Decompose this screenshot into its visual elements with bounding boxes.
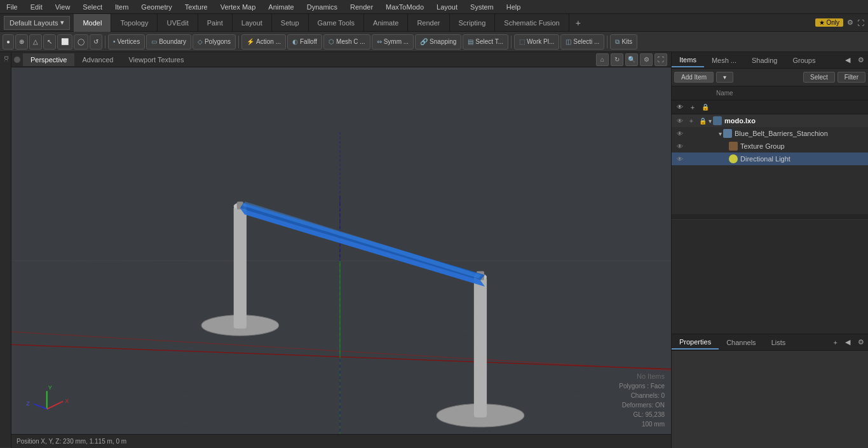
tool-arrow[interactable]: ↖ bbox=[43, 34, 56, 50]
tab-scripting[interactable]: Scripting bbox=[450, 14, 496, 32]
item-row-texture-group[interactable]: 👁 Texture Group bbox=[672, 140, 868, 153]
layout-fullscreen-icon[interactable]: ⛶ bbox=[857, 19, 864, 27]
tool-mesh[interactable]: ⬡ Mesh C ... bbox=[323, 34, 370, 50]
layout-settings-icon[interactable]: ⚙ bbox=[847, 18, 853, 27]
right-panel: Items Mesh ... Shading Groups ◀ ⚙ Add It… bbox=[671, 52, 868, 448]
viewport-tab-perspective[interactable]: Perspective bbox=[23, 53, 74, 66]
tool-vertices[interactable]: • Vertices bbox=[108, 34, 145, 50]
tab-topology[interactable]: Topology bbox=[111, 14, 158, 32]
tool-symmetry[interactable]: ⇔ Symm ... bbox=[372, 34, 414, 50]
tab-setup[interactable]: Setup bbox=[272, 14, 309, 32]
tool-transform[interactable]: ⬜ bbox=[57, 34, 72, 50]
item-vis-lock-2[interactable] bbox=[697, 128, 709, 139]
tool-tri[interactable]: △ bbox=[29, 34, 42, 50]
item-vis-lock-4[interactable] bbox=[697, 153, 709, 165]
props-tab-channels[interactable]: Channels bbox=[719, 336, 763, 349]
menu-system[interactable]: System bbox=[468, 2, 496, 12]
tool-selection[interactable]: ◫ Selecti ... bbox=[560, 34, 604, 50]
item-row-directional-light[interactable]: 👁 Directional Light bbox=[672, 153, 868, 165]
panel-tab-shading[interactable]: Shading bbox=[744, 54, 785, 67]
add-item-button[interactable]: Add Item bbox=[674, 72, 714, 83]
item-vis-lock-3[interactable] bbox=[697, 140, 709, 152]
item-vis-add-4[interactable] bbox=[686, 153, 697, 165]
menu-render[interactable]: Render bbox=[348, 2, 376, 12]
viewport-expand-icon[interactable]: ⛶ bbox=[654, 53, 667, 66]
tool-separator-4 bbox=[607, 36, 607, 48]
tab-animate[interactable]: Animate bbox=[364, 14, 408, 32]
viewport-search-icon[interactable]: 🔍 bbox=[625, 53, 638, 66]
viewport-dot[interactable] bbox=[14, 57, 20, 63]
props-settings-icon[interactable]: ⚙ bbox=[854, 337, 868, 348]
canvas-3d[interactable]: X Y Z No Items Polygons : Face Channels:… bbox=[11, 67, 671, 448]
panel-tab-items[interactable]: Items bbox=[672, 53, 704, 67]
layout-dropdown[interactable]: Default Layouts ▾ bbox=[4, 16, 70, 30]
star-badge[interactable]: ★ Only bbox=[815, 18, 843, 27]
item-vis-eye-4[interactable]: 👁 bbox=[674, 153, 686, 165]
menu-edit[interactable]: Edit bbox=[28, 2, 45, 12]
tab-model[interactable]: Model bbox=[74, 14, 111, 32]
tool-circle[interactable]: ◯ bbox=[74, 34, 88, 50]
item-vis-eye-2[interactable]: 👁 bbox=[674, 128, 686, 139]
tool-select-t[interactable]: ▤ Select T... bbox=[463, 34, 508, 50]
menu-item[interactable]: Item bbox=[112, 2, 131, 12]
viewport-settings-icon[interactable]: ⚙ bbox=[640, 53, 653, 66]
viewport-home-icon[interactable]: ⌂ bbox=[596, 53, 609, 66]
tab-schematic-fusion[interactable]: Schematic Fusion bbox=[495, 14, 569, 32]
items-filter-button[interactable]: Filter bbox=[837, 72, 865, 83]
tab-game-tools[interactable]: Game Tools bbox=[309, 14, 365, 32]
tab-uvedit[interactable]: UVEdit bbox=[158, 14, 198, 32]
tool-boundary[interactable]: ▭ Boundary bbox=[146, 34, 191, 50]
menu-select[interactable]: Select bbox=[80, 2, 105, 12]
menu-view[interactable]: View bbox=[53, 2, 73, 12]
menu-geometry[interactable]: Geometry bbox=[139, 2, 174, 12]
item-vis-eye-3[interactable]: 👁 bbox=[674, 140, 686, 152]
item-row-mesh[interactable]: 👁 ▾ Blue_Belt_Barriers_Stanchion bbox=[672, 127, 868, 140]
tool-rotate[interactable]: ↺ bbox=[90, 34, 102, 50]
tab-render[interactable]: Render bbox=[408, 14, 449, 32]
left-label-0[interactable]: D: bbox=[2, 52, 11, 448]
panel-tab-groups[interactable]: Groups bbox=[785, 54, 823, 67]
item-vis-add[interactable]: + bbox=[686, 115, 697, 126]
menu-layout[interactable]: Layout bbox=[434, 2, 460, 12]
left-label-1[interactable]: Dup: bbox=[0, 52, 2, 448]
viewport-tab-advanced[interactable]: Advanced bbox=[74, 53, 121, 66]
tool-work-plane[interactable]: ⬚ Work Pl... bbox=[514, 34, 559, 50]
item-vis-add-2[interactable] bbox=[686, 128, 697, 139]
tool-origin[interactable]: ⊕ bbox=[15, 34, 28, 50]
item-vis-eye[interactable]: 👁 bbox=[674, 115, 686, 126]
menu-maxtomode[interactable]: MaxToModo bbox=[383, 2, 426, 12]
lock-vis-icon[interactable]: 🔒 bbox=[700, 102, 711, 113]
menu-dynamics[interactable]: Dynamics bbox=[304, 2, 340, 12]
items-select-button[interactable]: Select bbox=[803, 72, 835, 83]
props-add-icon[interactable]: + bbox=[830, 337, 841, 348]
eye-toggle-icon[interactable]: 👁 bbox=[674, 102, 686, 113]
add-item-dropdown[interactable]: ▾ bbox=[716, 72, 733, 83]
tool-select-mode[interactable]: ● bbox=[3, 34, 14, 50]
tool-kits[interactable]: ⧉ Kits bbox=[610, 34, 637, 50]
tool-polygons[interactable]: ◇ Polygons bbox=[193, 34, 236, 50]
item-vis-add-3[interactable] bbox=[686, 140, 697, 152]
props-collapse-icon[interactable]: ◀ bbox=[841, 337, 854, 348]
menu-vertex-map[interactable]: Vertex Map bbox=[218, 2, 259, 12]
tool-snapping[interactable]: 🔗 Snapping bbox=[415, 34, 461, 50]
menu-texture[interactable]: Texture bbox=[182, 2, 210, 12]
tool-action[interactable]: ⚡ Action ... bbox=[241, 34, 286, 50]
panel-tab-mesh[interactable]: Mesh ... bbox=[704, 54, 744, 67]
item-row-scene[interactable]: 👁 + 🔒 ▾ modo.lxo bbox=[672, 114, 868, 127]
add-vis-icon[interactable]: + bbox=[687, 102, 698, 113]
item-vis-lock[interactable]: 🔒 bbox=[697, 115, 709, 126]
tool-falloff[interactable]: ◐ Falloff bbox=[287, 34, 322, 50]
props-tab-lists[interactable]: Lists bbox=[764, 336, 794, 349]
panel-settings-icon[interactable]: ⚙ bbox=[854, 55, 868, 65]
viewport-tab-textures[interactable]: Viewport Textures bbox=[121, 53, 191, 66]
panel-collapse-icon[interactable]: ◀ bbox=[841, 55, 854, 65]
menu-help[interactable]: Help bbox=[504, 2, 524, 12]
tab-paint[interactable]: Paint bbox=[198, 14, 233, 32]
tab-layout[interactable]: Layout bbox=[233, 14, 272, 32]
viewport-refresh-icon[interactable]: ↻ bbox=[611, 53, 623, 66]
menu-file[interactable]: File bbox=[4, 2, 20, 12]
menu-animate[interactable]: Animate bbox=[266, 2, 296, 12]
light-item-icon bbox=[729, 154, 738, 163]
props-tab-properties[interactable]: Properties bbox=[672, 336, 719, 350]
layout-tab-add[interactable]: + bbox=[569, 15, 587, 31]
